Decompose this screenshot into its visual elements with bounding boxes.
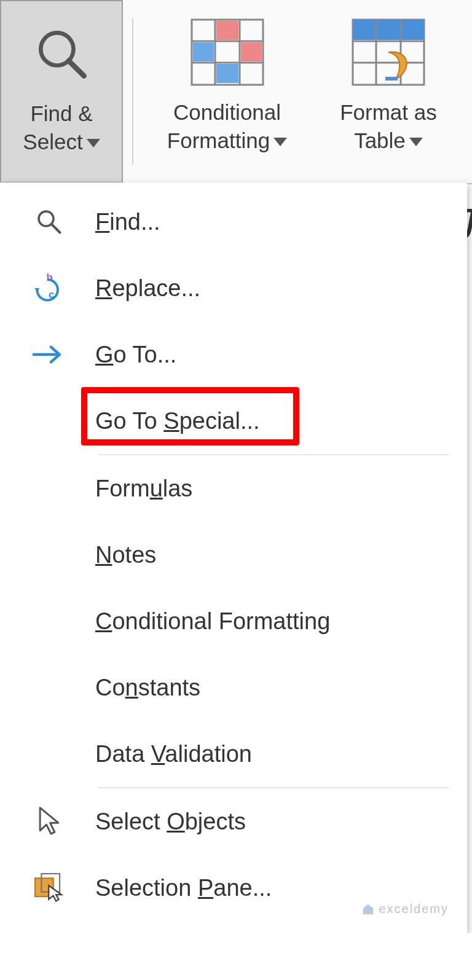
format-as-table-button[interactable]: Format as Table [312,0,465,183]
ribbon: Find & Select Conditional Formatting [0,0,472,184]
menu-find[interactable]: Find... [0,189,467,255]
menu-select-objects[interactable]: Select Objects [0,788,467,855]
search-icon [7,10,116,96]
svg-rect-12 [353,20,424,40]
selection-pane-icon [25,872,74,904]
svg-rect-8 [193,42,214,61]
menu-data-validation[interactable]: Data Validation [0,721,467,787]
watermark: exceldemy [361,902,449,916]
menu-constants-label: Constants [74,675,200,701]
chevron-down-icon [273,138,287,146]
menu-conditional-formatting[interactable]: Conditional Formatting [0,588,467,654]
find-select-menu: Find... b c Replace... Go To... Go To Sp… [0,182,467,933]
format-as-table-label-2: Table [354,128,406,152]
menu-selection-pane-label: Selection Pane... [74,875,272,901]
svg-line-19 [52,224,60,233]
menu-notes-label: Notes [74,542,156,568]
conditional-formatting-label-2: Formatting [167,128,270,152]
find-select-label-2: Select [23,130,82,154]
menu-go-to-special-label: Go To Special... [74,408,260,434]
chevron-down-icon [87,139,100,147]
svg-rect-17 [385,77,398,80]
svg-line-1 [68,60,84,76]
svg-marker-21 [34,288,39,293]
menu-conditional-formatting-label: Conditional Formatting [74,608,330,635]
format-as-table-label-1: Format as [340,100,437,124]
conditional-formatting-icon [149,9,305,95]
find-select-label-1: Find & [30,101,92,125]
find-select-button[interactable]: Find & Select [0,0,123,183]
chevron-down-icon [409,138,423,146]
conditional-formatting-label-1: Conditional [173,100,281,124]
svg-rect-7 [216,21,238,40]
menu-go-to-special[interactable]: Go To Special... [0,388,467,454]
svg-marker-24 [40,808,58,834]
menu-replace-label: Replace... [74,275,200,302]
menu-goto[interactable]: Go To... [0,321,467,388]
menu-constants[interactable]: Constants [0,654,467,721]
menu-notes[interactable]: Notes [0,522,467,588]
separator [132,18,133,165]
cursor-icon [25,806,74,837]
menu-replace[interactable]: b c Replace... [0,255,467,321]
svg-text:c: c [49,289,54,300]
menu-find-label: Find... [74,209,160,235]
svg-rect-9 [241,42,262,61]
menu-select-objects-label: Select Objects [74,809,246,835]
menu-goto-label: Go To... [74,342,176,368]
replace-icon: b c [25,271,74,305]
format-as-table-icon [318,9,459,95]
arrow-right-icon [25,342,74,367]
svg-rect-10 [216,64,238,83]
menu-formulas[interactable]: Formulas [0,455,467,522]
menu-data-validation-label: Data Validation [74,741,252,767]
conditional-formatting-button[interactable]: Conditional Formatting [143,0,312,183]
menu-formulas-label: Formulas [74,476,192,502]
search-icon [25,206,74,237]
